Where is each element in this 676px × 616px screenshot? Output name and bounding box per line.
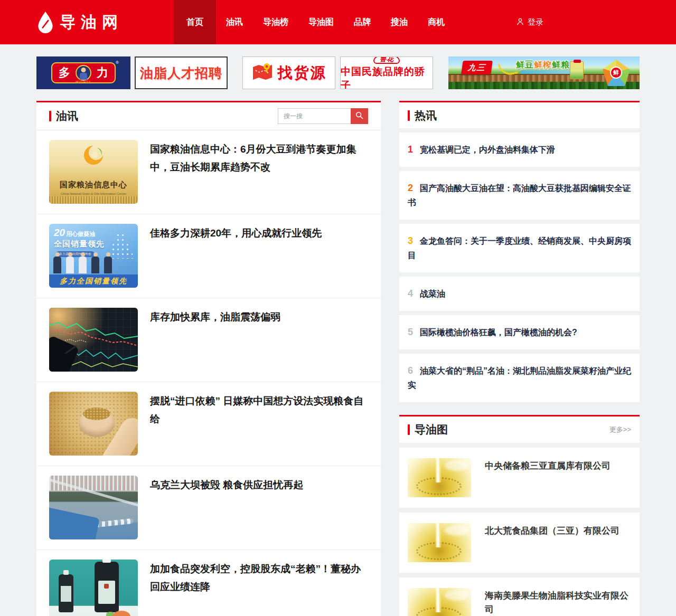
- login-button[interactable]: 登录: [516, 17, 543, 27]
- hot-news-item[interactable]: 6油菜大省的“荆品”名油：湖北荆品油脂发展菜籽油产业纪实: [399, 354, 640, 402]
- hot-news-item[interactable]: 5国际橄榄油价格狂飙，国产橄榄油的机会?: [399, 315, 640, 349]
- site-logo[interactable]: 导油网: [36, 11, 123, 33]
- hot-section-title: 热讯: [408, 108, 437, 123]
- grain-center-thumbnail: 国家粮油信息中心 China National Grain & Oils Inf…: [49, 140, 138, 204]
- news-panel: 油讯: [36, 101, 381, 616]
- more-link[interactable]: 更多>>: [609, 425, 631, 434]
- duoli-event-thumbnail: 20用心做葵油 全国销量领先 多力葵油20周年发布会 多力全国销量领先: [49, 224, 138, 288]
- grain-center-logo-icon: [81, 144, 106, 170]
- news-section-title: 油讯: [49, 109, 78, 124]
- gallery-item[interactable]: 中央储备粮三亚直属库有限公司: [399, 448, 640, 508]
- search-box: [278, 108, 368, 124]
- oil-pour-thumbnail: [408, 588, 471, 616]
- bottle-pyramid-graphic: [106, 228, 135, 259]
- right-sidebar: 热讯 1宽松基调已定，内外盘油料集体下滑 2国产高油酸大豆油在望：高油酸大豆获批…: [399, 101, 640, 616]
- news-title: 国家粮油信息中心：6月份大豆到港节奏更加集中，豆油长期累库趋势不改: [150, 140, 368, 204]
- jiusan-flag: 九三: [461, 61, 493, 74]
- luhua-logo: 鲁花: [373, 56, 400, 64]
- company-name: 北大荒食品集团（三亚）有限公司: [485, 524, 619, 538]
- hot-news-item[interactable]: 3金龙鱼答问：关于一季度业绩、经销商发展、中央厨房项目: [399, 224, 640, 272]
- news-item[interactable]: 20用心做葵油 全国销量领先 多力葵油20周年发布会 多力全国销量领先 佳格多力…: [36, 214, 381, 298]
- banner-recruit-ad[interactable]: 油脂人才招聘: [135, 56, 228, 89]
- wheat-texture: [49, 196, 138, 204]
- oil-drop-icon: [36, 11, 54, 33]
- nav-item-brands[interactable]: 品牌: [344, 0, 381, 44]
- news-title: 库存加快累库，油脂震荡偏弱: [150, 308, 280, 372]
- oil-pour-thumbnail: [408, 523, 471, 562]
- grain-hands-thumbnail: [49, 392, 138, 456]
- red-bar-accent: [408, 110, 410, 121]
- company-name: 海南美滕果生物油脂科技实业有限公司: [485, 589, 631, 616]
- mascot-icon: MIGHTY: [76, 65, 91, 81]
- news-title: 乌克兰大坝被毁 粮食供应担忧再起: [150, 476, 303, 539]
- news-title: 佳格多力深耕20年，用心成就行业领先: [150, 224, 322, 288]
- stock-chart-thumbnail: [49, 308, 138, 372]
- nav-item-search-oil[interactable]: 搜油: [381, 0, 418, 44]
- rank-number: 3: [408, 235, 413, 246]
- soybeans-graphic: [83, 407, 110, 420]
- gallery-section-title: 导油图: [408, 422, 448, 437]
- news-item[interactable]: 摆脱“进口依赖” 日媒称中国想方设法实现粮食自给: [36, 382, 381, 466]
- company-name: 中央储备粮三亚直属库有限公司: [485, 459, 611, 473]
- rank-number: 6: [408, 365, 413, 376]
- oil-pack-graphic: [570, 61, 584, 79]
- news-item[interactable]: 库存加快累库，油脂震荡偏弱: [36, 298, 381, 382]
- gallery-item[interactable]: 海南美滕果生物油脂科技实业有限公司: [399, 577, 640, 616]
- search-input[interactable]: [278, 108, 351, 124]
- water-graphic: [49, 506, 100, 539]
- site-header: 导油网 首页 油讯 导油榜 导油图 品牌 搜油 商机 登录: [0, 0, 676, 44]
- fresh-badge: 鲜: [610, 67, 622, 79]
- banner-duoli-ad[interactable]: 多 MIGHTY 力 ®: [36, 56, 130, 89]
- banner-jiusan-ad[interactable]: 九三 鲜豆鲜榨鲜粮 鲜: [448, 56, 640, 89]
- login-label: 登录: [528, 17, 543, 27]
- hot-news-item[interactable]: 1宽松基调已定，内外盘油料集体下滑: [399, 132, 640, 167]
- banner-slogan: 鲜豆鲜榨鲜粮: [516, 60, 570, 71]
- map-pin-icon: [251, 63, 274, 83]
- red-bar-accent: [49, 111, 51, 121]
- oil-pour-thumbnail: [408, 458, 471, 497]
- news-title: 加加食品突发利空，控股股东成“老赖”！董秘办回应业绩连降: [150, 560, 368, 616]
- ad-banner-row: 多 MIGHTY 力 ® 油脂人才招聘 找货源 鲁花 中国民族品牌的骄子: [36, 56, 640, 89]
- soy-sauce-thumbnail: [49, 560, 138, 616]
- nav-item-news[interactable]: 油讯: [216, 0, 253, 44]
- nav-item-home[interactable]: 首页: [174, 0, 216, 44]
- search-icon: [355, 111, 364, 121]
- gallery-item[interactable]: 北大荒食品集团（三亚）有限公司: [399, 513, 640, 573]
- user-icon: [516, 17, 524, 27]
- banner-find-supply-ad[interactable]: 找货源: [242, 56, 335, 89]
- nav-item-ranking[interactable]: 导油榜: [253, 0, 298, 44]
- news-item[interactable]: 乌克兰大坝被毁 粮食供应担忧再起: [36, 466, 381, 550]
- site-title: 导油网: [60, 12, 123, 33]
- nav-item-map[interactable]: 导油图: [298, 0, 344, 44]
- rank-number: 5: [408, 327, 413, 337]
- duoli-logo: 多 MIGHTY 力 ®: [51, 62, 116, 83]
- red-bar-accent: [408, 424, 410, 435]
- hot-news-item[interactable]: 2国产高油酸大豆油在望：高油酸大豆获批基因编辑安全证书: [399, 171, 640, 220]
- rank-number: 1: [408, 144, 413, 155]
- news-item[interactable]: 加加食品突发利空，控股股东成“老赖”！董秘办回应业绩连降: [36, 550, 381, 616]
- banner-subline-graphic: [520, 70, 571, 74]
- news-item[interactable]: 国家粮油信息中心 China National Grain & Oils Inf…: [36, 130, 381, 214]
- rank-number: 2: [408, 183, 413, 193]
- flood-dam-thumbnail: [49, 476, 138, 539]
- banner-luhua-ad[interactable]: 鲁花 中国民族品牌的骄子: [340, 56, 433, 89]
- search-button[interactable]: [351, 108, 368, 124]
- rank-number: 4: [408, 288, 413, 299]
- news-title: 摆脱“进口依赖” 日媒称中国想方设法实现粮食自给: [150, 392, 368, 456]
- people-silhouettes: [53, 257, 112, 273]
- hot-news-item[interactable]: 4战菜油: [399, 277, 640, 311]
- hot-news-header: 热讯: [399, 101, 640, 128]
- gallery-header: 导油图 更多>>: [399, 415, 640, 443]
- nav-item-business[interactable]: 商机: [418, 0, 455, 44]
- main-nav: 首页 油讯 导油榜 导油图 品牌 搜油 商机: [174, 0, 455, 44]
